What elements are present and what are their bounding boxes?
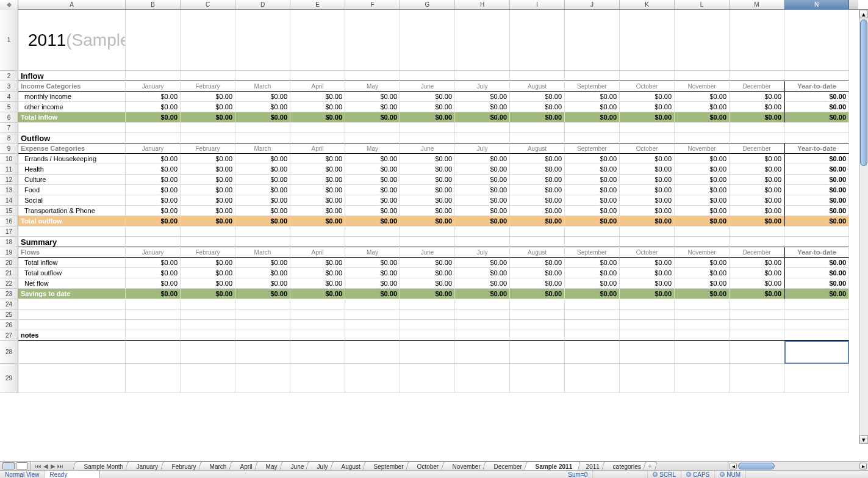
cell[interactable] — [510, 341, 565, 364]
cell[interactable] — [455, 133, 510, 143]
total-value[interactable]: $0.00 — [345, 289, 400, 299]
cell[interactable] — [565, 341, 620, 364]
month-header[interactable]: December — [730, 247, 784, 258]
cell[interactable] — [784, 364, 849, 393]
total-value[interactable]: $0.00 — [181, 289, 235, 299]
value-cell[interactable]: $0.00 — [565, 278, 620, 289]
ytd-cell[interactable]: $0.00 — [784, 268, 849, 278]
value-cell[interactable]: $0.00 — [290, 268, 345, 278]
total-value[interactable]: $0.00 — [235, 216, 290, 226]
section-header[interactable]: Outflow — [18, 133, 126, 143]
cell[interactable] — [784, 10, 849, 71]
value-cell[interactable]: $0.00 — [510, 258, 565, 268]
value-cell[interactable]: $0.00 — [620, 92, 675, 102]
value-cell[interactable]: $0.00 — [730, 258, 784, 268]
value-cell[interactable]: $0.00 — [620, 102, 675, 112]
total-ytd[interactable]: $0.00 — [784, 216, 849, 226]
cell[interactable] — [510, 364, 565, 393]
cell[interactable] — [455, 341, 510, 364]
cell[interactable] — [455, 364, 510, 393]
cell[interactable] — [565, 320, 620, 330]
cell[interactable] — [510, 237, 565, 247]
row-label[interactable]: Errands / Housekeeping — [18, 154, 126, 164]
total-value[interactable]: $0.00 — [290, 216, 345, 226]
row-header-7[interactable]: 7 — [0, 123, 18, 133]
value-cell[interactable]: $0.00 — [235, 92, 290, 102]
cell[interactable] — [565, 310, 620, 320]
cell[interactable] — [455, 237, 510, 247]
value-cell[interactable]: $0.00 — [235, 164, 290, 175]
cell[interactable] — [235, 226, 290, 237]
cell[interactable] — [675, 320, 730, 330]
cell[interactable] — [675, 123, 730, 133]
month-header[interactable]: January — [126, 143, 181, 154]
total-value[interactable]: $0.00 — [181, 216, 235, 226]
row-header-26[interactable]: 26 — [0, 320, 18, 330]
value-cell[interactable]: $0.00 — [675, 175, 730, 185]
cell[interactable] — [400, 341, 455, 364]
value-cell[interactable]: $0.00 — [290, 206, 345, 216]
value-cell[interactable]: $0.00 — [455, 164, 510, 175]
value-cell[interactable]: $0.00 — [290, 175, 345, 185]
cell[interactable] — [675, 299, 730, 310]
month-header[interactable]: June — [400, 247, 455, 258]
cell[interactable] — [290, 71, 345, 81]
row-header-12[interactable]: 12 — [0, 175, 18, 185]
cell[interactable] — [235, 10, 290, 71]
ytd-header[interactable]: Year-to-date — [784, 81, 849, 92]
cell[interactable] — [675, 226, 730, 237]
sheet-tab-sample-month[interactable]: Sample Month — [73, 462, 131, 470]
row-label[interactable]: Social — [18, 195, 126, 206]
value-cell[interactable]: $0.00 — [126, 102, 181, 112]
month-header[interactable]: October — [620, 247, 675, 258]
cell[interactable] — [400, 310, 455, 320]
month-header[interactable]: February — [181, 247, 235, 258]
value-cell[interactable]: $0.00 — [235, 154, 290, 164]
month-header[interactable]: March — [235, 247, 290, 258]
cell[interactable] — [620, 123, 675, 133]
value-cell[interactable]: $0.00 — [565, 185, 620, 195]
column-header-J[interactable]: J — [565, 0, 620, 9]
cell[interactable] — [126, 341, 181, 364]
total-value[interactable]: $0.00 — [730, 216, 784, 226]
cell[interactable] — [730, 226, 784, 237]
column-header-B[interactable]: B — [126, 0, 181, 9]
total-value[interactable]: $0.00 — [455, 112, 510, 123]
cell[interactable] — [181, 364, 235, 393]
value-cell[interactable]: $0.00 — [675, 258, 730, 268]
cell[interactable] — [675, 71, 730, 81]
add-sheet-button[interactable]: + — [643, 462, 658, 470]
cell[interactable] — [620, 71, 675, 81]
cell[interactable] — [181, 320, 235, 330]
column-header-E[interactable]: E — [290, 0, 345, 9]
ytd-cell[interactable]: $0.00 — [784, 206, 849, 216]
cell[interactable] — [784, 320, 849, 330]
value-cell[interactable]: $0.00 — [235, 268, 290, 278]
cell[interactable] — [235, 133, 290, 143]
row-header-29[interactable]: 29 — [0, 364, 18, 393]
column-header-G[interactable]: G — [400, 0, 455, 9]
value-cell[interactable]: $0.00 — [620, 268, 675, 278]
cell[interactable] — [455, 320, 510, 330]
total-label[interactable]: Savings to date — [18, 289, 126, 299]
value-cell[interactable]: $0.00 — [345, 206, 400, 216]
month-header[interactable]: January — [126, 247, 181, 258]
month-header[interactable]: December — [730, 143, 784, 154]
cell[interactable] — [126, 310, 181, 320]
value-cell[interactable]: $0.00 — [455, 92, 510, 102]
ytd-cell[interactable]: $0.00 — [784, 164, 849, 175]
value-cell[interactable]: $0.00 — [345, 258, 400, 268]
value-cell[interactable]: $0.00 — [290, 185, 345, 195]
value-cell[interactable]: $0.00 — [620, 278, 675, 289]
value-cell[interactable]: $0.00 — [510, 268, 565, 278]
vertical-scrollbar[interactable]: ▴ ▾ — [859, 10, 868, 444]
month-header[interactable]: October — [620, 81, 675, 92]
cell[interactable] — [784, 123, 849, 133]
row-header-9[interactable]: 9 — [0, 143, 18, 154]
cell[interactable] — [126, 237, 181, 247]
tab-nav-prev[interactable]: ◀ — [42, 462, 49, 469]
cell[interactable] — [510, 320, 565, 330]
value-cell[interactable]: $0.00 — [181, 195, 235, 206]
cell[interactable] — [565, 330, 620, 341]
row-label[interactable]: Health — [18, 164, 126, 175]
